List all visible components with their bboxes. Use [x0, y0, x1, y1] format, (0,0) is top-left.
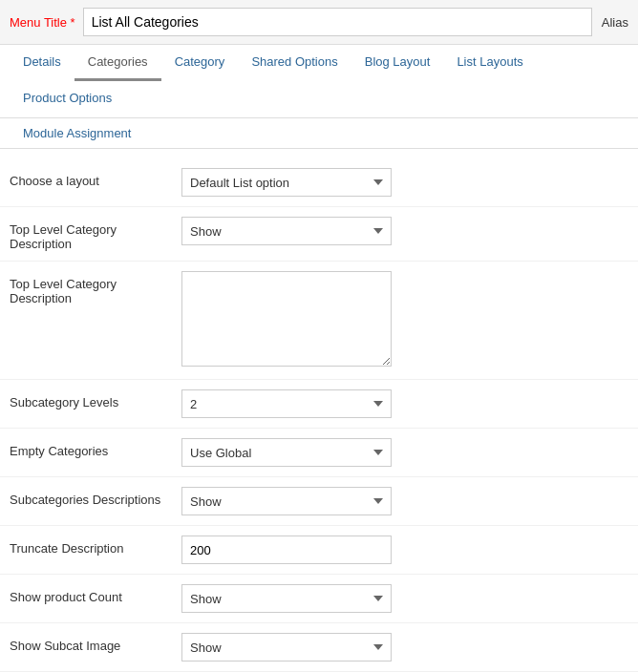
textarea-top-level-desc[interactable]	[181, 271, 392, 367]
row-subcategories-descriptions: Subcategories Descriptions Show Hide Use…	[0, 476, 638, 525]
label-truncate-description: Truncate Description	[10, 536, 181, 556]
input-truncate-description[interactable]	[181, 536, 392, 564]
tabs-bar: Details Categories Category Shared Optio…	[0, 45, 638, 118]
row-top-level-desc-select: Top Level Category Description Show Hide…	[0, 206, 638, 261]
header-row: Menu Title * Alias	[0, 0, 638, 45]
tab-list-layouts[interactable]: List Layouts	[443, 45, 536, 81]
row-empty-categories: Empty Categories Use Global Show Hide	[0, 428, 638, 476]
row-subcategory-levels: Subcategory Levels 1 2 3 4 5 Use Global	[0, 379, 638, 428]
tab-blog-layout[interactable]: Blog Layout	[351, 45, 444, 81]
label-subcategories-descriptions: Subcategories Descriptions	[10, 487, 181, 507]
select-top-level-desc[interactable]: Show Hide Use Global	[181, 217, 392, 245]
control-top-level-desc-select: Show Hide Use Global	[181, 217, 628, 245]
label-show-product-count: Show product Count	[10, 584, 181, 604]
label-show-subcat-image: Show Subcat Image	[10, 633, 181, 653]
control-show-subcat-image: Show Hide Use Global	[181, 633, 628, 662]
select-subcategories-descriptions[interactable]: Show Hide Use Global	[181, 487, 392, 515]
form-area: Choose a layout Default List option Blog…	[0, 149, 638, 672]
control-subcategory-levels: 1 2 3 4 5 Use Global	[181, 389, 628, 418]
select-subcategory-levels[interactable]: 1 2 3 4 5 Use Global	[181, 389, 392, 418]
control-empty-categories: Use Global Show Hide	[181, 438, 628, 467]
select-empty-categories[interactable]: Use Global Show Hide	[181, 438, 392, 467]
tab-category[interactable]: Category	[161, 45, 239, 81]
tab-product-options[interactable]: Product Options	[10, 81, 125, 117]
tab-details[interactable]: Details	[10, 45, 74, 81]
label-empty-categories: Empty Categories	[10, 438, 181, 458]
tab-shared-options[interactable]: Shared Options	[238, 45, 351, 81]
subtab-module-assignment[interactable]: Module Assignment	[10, 118, 144, 148]
select-show-product-count[interactable]: Show Hide Use Global	[181, 584, 392, 613]
row-top-level-desc-text: Top Level Category Description	[0, 261, 638, 379]
menu-title-label: Menu Title *	[10, 15, 75, 30]
label-top-level-desc-text: Top Level Category Description	[10, 271, 181, 305]
select-show-subcat-image[interactable]: Show Hide Use Global	[181, 633, 392, 662]
tab-categories[interactable]: Categories	[74, 45, 161, 81]
select-choose-layout[interactable]: Default List option Blog List	[181, 168, 392, 197]
control-choose-layout: Default List option Blog List	[181, 168, 628, 197]
required-marker: *	[71, 15, 75, 30]
label-top-level-desc-select: Top Level Category Description	[10, 217, 181, 251]
row-truncate-description: Truncate Description	[0, 525, 638, 574]
label-choose-layout: Choose a layout	[10, 168, 181, 188]
control-top-level-desc-text	[181, 271, 628, 369]
control-truncate-description	[181, 536, 628, 564]
row-choose-layout: Choose a layout Default List option Blog…	[0, 158, 638, 206]
row-show-product-count: Show product Count Show Hide Use Global	[0, 574, 638, 622]
alias-label: Alias	[602, 15, 628, 30]
row-show-subcat-image: Show Subcat Image Show Hide Use Global	[0, 622, 638, 671]
control-show-product-count: Show Hide Use Global	[181, 584, 628, 613]
control-subcategories-descriptions: Show Hide Use Global	[181, 487, 628, 515]
subtabs-bar: Module Assignment	[0, 118, 638, 149]
menu-title-input[interactable]	[83, 8, 592, 36]
label-subcategory-levels: Subcategory Levels	[10, 389, 181, 410]
